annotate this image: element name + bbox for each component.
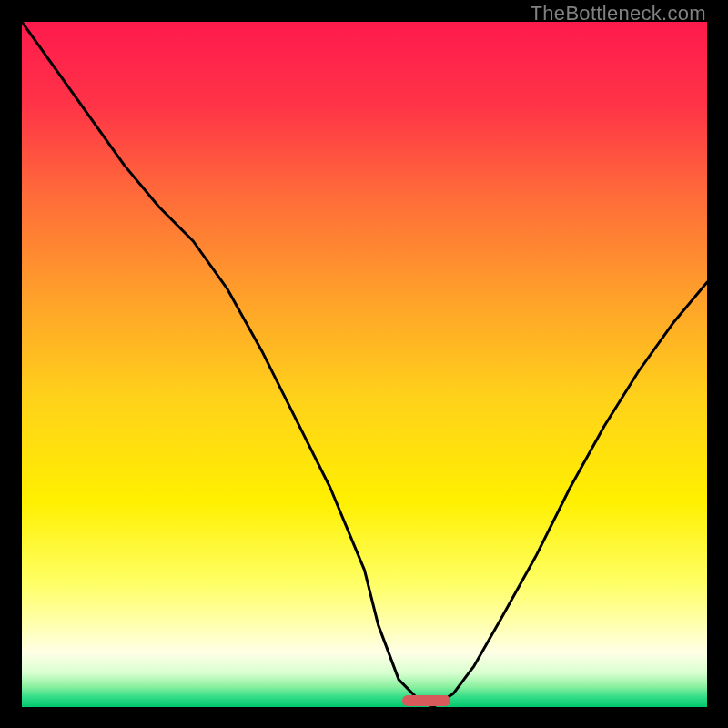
optimal-marker (402, 695, 450, 706)
bottleneck-curve (22, 22, 707, 707)
chart-container: TheBottleneck.com (0, 0, 728, 728)
plot-area (22, 22, 707, 707)
